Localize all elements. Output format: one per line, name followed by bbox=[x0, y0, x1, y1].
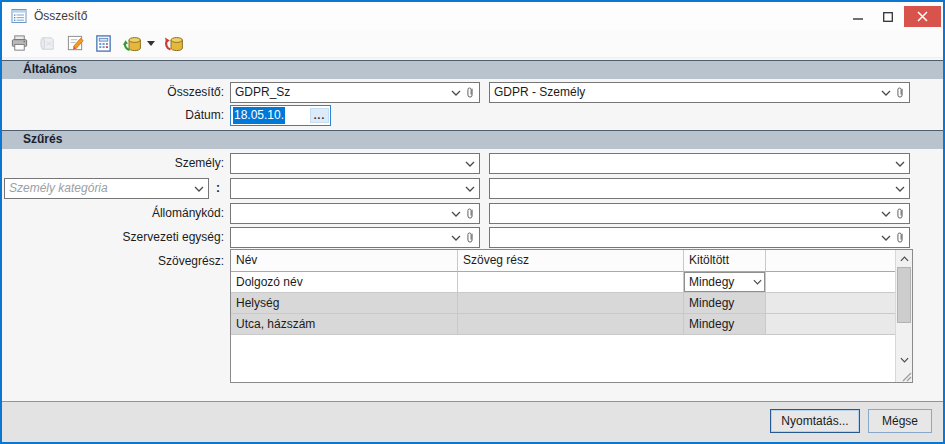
kitoltott-dropdown[interactable]: Mindegy bbox=[684, 272, 766, 293]
toolbar bbox=[2, 30, 943, 58]
dropdown-caret-icon bbox=[147, 41, 155, 46]
cell-szoveg-resz[interactable] bbox=[458, 272, 684, 293]
close-button[interactable] bbox=[904, 6, 941, 27]
osszesito-combo[interactable]: GDPR_Sz bbox=[230, 82, 480, 103]
column-header-empty[interactable] bbox=[766, 250, 895, 272]
osszesito-label: Összesítő: bbox=[2, 82, 224, 103]
szovegresz-label: Szövegrész: bbox=[2, 251, 224, 272]
cell-extra[interactable] bbox=[766, 314, 895, 335]
szovegresz-table: Név Szöveg rész Kitöltött Dolgozó név Mi… bbox=[230, 249, 913, 383]
szervezeti-egyseg-combo-2[interactable] bbox=[489, 227, 910, 248]
chevron-down-icon[interactable] bbox=[465, 186, 475, 192]
szemely-combo[interactable] bbox=[230, 153, 480, 174]
combo-value: GDPR - Személy bbox=[494, 83, 877, 102]
kitoltott-value[interactable]: Mindegy bbox=[684, 314, 766, 335]
database-import-button[interactable] bbox=[121, 33, 142, 54]
table-row[interactable]: Helység Mindegy bbox=[231, 293, 895, 314]
table-row[interactable]: Utca, házszám Mindegy bbox=[231, 314, 895, 335]
maximize-button[interactable] bbox=[873, 6, 903, 27]
cancel-button[interactable]: Mégse bbox=[868, 409, 932, 433]
cell-nev[interactable]: Helység bbox=[231, 293, 458, 314]
database-import-icon bbox=[122, 34, 142, 54]
title-bar[interactable]: Összesítő bbox=[2, 2, 943, 30]
datum-browse-button[interactable]: ... bbox=[310, 108, 329, 123]
paperclip-icon[interactable] bbox=[465, 206, 475, 221]
print-preview-icon bbox=[38, 34, 57, 53]
table-header-row: Név Szöveg rész Kitöltött bbox=[231, 250, 895, 272]
cell-nev[interactable]: Utca, házszám bbox=[231, 314, 458, 335]
column-header-kitoltott[interactable]: Kitöltött bbox=[684, 250, 766, 272]
paperclip-icon[interactable] bbox=[895, 206, 905, 221]
datum-value: 18.05.10. bbox=[233, 107, 285, 124]
scroll-down-icon[interactable] bbox=[896, 352, 912, 367]
szervezeti-egyseg-label: Szervezeti egység: bbox=[2, 227, 224, 248]
chevron-down-icon[interactable] bbox=[895, 186, 905, 192]
chevron-down-icon[interactable] bbox=[881, 90, 891, 96]
table-body: Név Szöveg rész Kitöltött Dolgozó név Mi… bbox=[231, 250, 895, 382]
table-row[interactable]: Dolgozó név Mindegy bbox=[231, 272, 895, 293]
kategoria-combo-2[interactable] bbox=[489, 178, 910, 199]
minimize-icon bbox=[853, 12, 863, 22]
chevron-down-icon[interactable] bbox=[465, 161, 475, 167]
table-empty-area bbox=[231, 335, 895, 382]
print-preview-button bbox=[37, 33, 58, 54]
cell-nev[interactable]: Dolgozó név bbox=[231, 272, 458, 293]
kitoltott-value: Mindegy bbox=[689, 272, 749, 292]
szemely-kategoria-combo[interactable]: Személy kategória bbox=[4, 178, 209, 199]
scrollbar-thumb[interactable] bbox=[897, 267, 911, 323]
cell-szoveg-resz[interactable] bbox=[458, 293, 684, 314]
maximize-icon bbox=[883, 12, 893, 22]
paperclip-icon[interactable] bbox=[465, 85, 475, 100]
vertical-scrollbar[interactable] bbox=[895, 250, 912, 382]
kategoria-combo[interactable] bbox=[230, 178, 480, 199]
minimize-button[interactable] bbox=[843, 6, 873, 27]
szervezeti-egyseg-combo[interactable] bbox=[230, 227, 480, 248]
allomanykod-combo-2[interactable] bbox=[489, 203, 910, 224]
chevron-down-icon[interactable] bbox=[895, 161, 905, 167]
column-header-nev[interactable]: Név bbox=[231, 250, 458, 272]
summary-dialog: Összesítő bbox=[0, 0, 945, 444]
cell-extra[interactable] bbox=[766, 293, 895, 314]
close-icon bbox=[917, 11, 928, 22]
kitoltott-value[interactable]: Mindegy bbox=[684, 293, 766, 314]
summary-list-icon bbox=[11, 8, 27, 24]
scroll-up-icon[interactable] bbox=[896, 251, 912, 266]
chevron-down-icon[interactable] bbox=[881, 235, 891, 241]
paperclip-icon[interactable] bbox=[465, 230, 475, 245]
database-export-button[interactable] bbox=[163, 33, 184, 54]
print-confirm-button[interactable]: Nyomtatás... bbox=[770, 409, 860, 433]
printer-icon bbox=[10, 34, 29, 53]
section-header-general: Általános bbox=[2, 60, 943, 79]
paperclip-icon[interactable] bbox=[895, 85, 905, 100]
dialog-footer: Nyomtatás... Mégse bbox=[2, 401, 943, 442]
datum-label: Dátum: bbox=[2, 105, 224, 126]
chevron-down-icon[interactable] bbox=[881, 211, 891, 217]
chevron-down-icon[interactable] bbox=[451, 235, 461, 241]
database-import-dropdown[interactable] bbox=[146, 33, 156, 54]
chevron-down-icon[interactable] bbox=[753, 279, 762, 285]
chevron-down-icon[interactable] bbox=[451, 211, 461, 217]
allomanykod-combo[interactable] bbox=[230, 203, 480, 224]
database-export-icon bbox=[164, 34, 184, 54]
chevron-down-icon[interactable] bbox=[194, 186, 204, 192]
allomanykod-label: Állománykód: bbox=[2, 203, 224, 224]
edit-note-button[interactable] bbox=[65, 33, 86, 54]
chevron-down-icon[interactable] bbox=[451, 90, 461, 96]
resize-grip-icon[interactable] bbox=[899, 369, 912, 382]
cell-extra[interactable] bbox=[766, 272, 895, 293]
section-header-filter: Szűrés bbox=[2, 130, 943, 149]
cell-szoveg-resz[interactable] bbox=[458, 314, 684, 335]
edit-note-icon bbox=[66, 34, 85, 53]
szemely-combo-2[interactable] bbox=[489, 153, 910, 174]
calculator-icon bbox=[94, 34, 113, 53]
kategoria-colon: : bbox=[213, 181, 223, 195]
szemely-label: Személy: bbox=[2, 153, 224, 174]
combo-value: GDPR_Sz bbox=[235, 83, 447, 102]
paperclip-icon[interactable] bbox=[895, 230, 905, 245]
column-header-szoveg-resz[interactable]: Szöveg rész bbox=[458, 250, 684, 272]
calculator-button[interactable] bbox=[93, 33, 114, 54]
osszesito-combo-2[interactable]: GDPR - Személy bbox=[489, 82, 910, 103]
datum-field[interactable]: 18.05.10. ... bbox=[230, 105, 331, 126]
print-button[interactable] bbox=[9, 33, 30, 54]
combo-placeholder: Személy kategória bbox=[9, 179, 190, 198]
